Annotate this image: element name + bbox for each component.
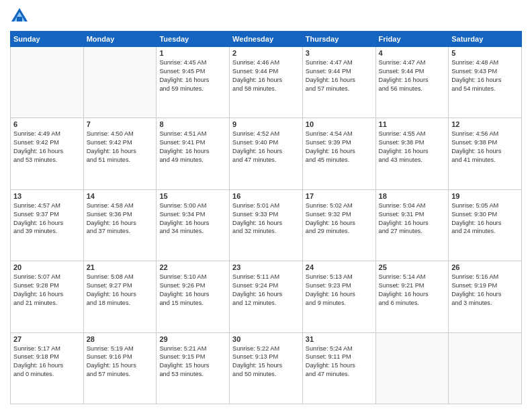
day-info: Sunrise: 5:17 AM Sunset: 9:18 PM Dayligh… [13,345,81,379]
day-number: 20 [13,263,81,271]
day-info: Sunrise: 4:49 AM Sunset: 9:42 PM Dayligh… [13,130,81,165]
day-info: Sunrise: 5:16 AM Sunset: 9:19 PM Dayligh… [451,273,519,308]
calendar-cell: 16Sunrise: 5:01 AM Sunset: 9:33 PM Dayli… [230,189,303,261]
weekday-header-sunday: Sunday [11,32,84,47]
calendar-cell: 31Sunrise: 5:24 AM Sunset: 9:11 PM Dayli… [302,332,375,404]
day-info: Sunrise: 5:04 AM Sunset: 9:31 PM Dayligh… [379,201,446,236]
day-number: 23 [232,263,300,271]
day-number: 29 [159,335,226,343]
day-info: Sunrise: 4:55 AM Sunset: 9:38 PM Dayligh… [379,130,446,165]
calendar-cell [11,47,84,118]
calendar-cell: 3Sunrise: 4:47 AM Sunset: 9:44 PM Daylig… [302,47,375,118]
day-number: 31 [306,335,373,343]
day-number: 7 [87,120,154,128]
day-number: 14 [87,192,154,200]
day-info: Sunrise: 5:02 AM Sunset: 9:32 PM Dayligh… [306,201,373,236]
day-number: 8 [159,120,226,128]
day-number: 22 [159,263,226,271]
calendar-cell: 23Sunrise: 5:11 AM Sunset: 9:24 PM Dayli… [230,261,303,332]
calendar-cell: 26Sunrise: 5:16 AM Sunset: 9:19 PM Dayli… [449,261,522,332]
calendar-cell: 20Sunrise: 5:07 AM Sunset: 9:28 PM Dayli… [11,261,84,332]
day-number: 6 [13,120,81,128]
weekday-header-tuesday: Tuesday [157,32,230,47]
day-info: Sunrise: 5:11 AM Sunset: 9:24 PM Dayligh… [232,273,300,308]
calendar-cell: 28Sunrise: 5:19 AM Sunset: 9:16 PM Dayli… [83,332,157,404]
day-info: Sunrise: 4:45 AM Sunset: 9:45 PM Dayligh… [159,58,226,93]
day-number: 12 [451,120,519,128]
weekday-header-saturday: Saturday [449,32,522,47]
day-number: 11 [379,120,446,128]
day-number: 3 [306,49,373,57]
calendar-cell [449,332,522,404]
calendar-cell: 17Sunrise: 5:02 AM Sunset: 9:32 PM Dayli… [302,189,375,261]
calendar-cell: 7Sunrise: 4:50 AM Sunset: 9:42 PM Daylig… [83,118,157,189]
calendar-cell: 27Sunrise: 5:17 AM Sunset: 9:18 PM Dayli… [11,332,84,404]
day-info: Sunrise: 5:05 AM Sunset: 9:30 PM Dayligh… [451,201,519,236]
calendar-cell: 15Sunrise: 5:00 AM Sunset: 9:34 PM Dayli… [157,189,230,261]
calendar-cell: 30Sunrise: 5:22 AM Sunset: 9:13 PM Dayli… [230,332,303,404]
day-number: 17 [306,192,373,200]
day-info: Sunrise: 4:52 AM Sunset: 9:40 PM Dayligh… [232,130,300,165]
day-number: 1 [159,49,226,57]
day-info: Sunrise: 5:21 AM Sunset: 9:15 PM Dayligh… [159,345,226,379]
day-info: Sunrise: 5:22 AM Sunset: 9:13 PM Dayligh… [232,345,300,379]
calendar-week-2: 6Sunrise: 4:49 AM Sunset: 9:42 PM Daylig… [11,118,522,189]
calendar-cell: 11Sunrise: 4:55 AM Sunset: 9:38 PM Dayli… [375,118,449,189]
calendar-table: SundayMondayTuesdayWednesdayThursdayFrid… [10,31,522,404]
calendar-cell: 18Sunrise: 5:04 AM Sunset: 9:31 PM Dayli… [375,189,449,261]
day-info: Sunrise: 4:56 AM Sunset: 9:38 PM Dayligh… [451,130,519,165]
calendar-cell: 5Sunrise: 4:48 AM Sunset: 9:43 PM Daylig… [449,47,522,118]
logo-icon [10,7,29,26]
day-info: Sunrise: 5:19 AM Sunset: 9:16 PM Dayligh… [87,345,154,379]
calendar-cell [83,47,157,118]
calendar-cell: 1Sunrise: 4:45 AM Sunset: 9:45 PM Daylig… [157,47,230,118]
calendar-cell: 21Sunrise: 5:08 AM Sunset: 9:27 PM Dayli… [83,261,157,332]
page: SundayMondayTuesdayWednesdayThursdayFrid… [0,0,532,411]
calendar-cell: 29Sunrise: 5:21 AM Sunset: 9:15 PM Dayli… [157,332,230,404]
calendar-cell: 12Sunrise: 4:56 AM Sunset: 9:38 PM Dayli… [449,118,522,189]
day-info: Sunrise: 4:51 AM Sunset: 9:41 PM Dayligh… [159,130,226,165]
calendar-cell: 6Sunrise: 4:49 AM Sunset: 9:42 PM Daylig… [11,118,84,189]
day-number: 19 [451,192,519,200]
day-number: 4 [379,49,446,57]
day-number: 16 [232,192,300,200]
day-info: Sunrise: 5:07 AM Sunset: 9:28 PM Dayligh… [13,273,81,308]
day-number: 9 [232,120,300,128]
day-info: Sunrise: 5:01 AM Sunset: 9:33 PM Dayligh… [232,201,300,236]
calendar-cell: 8Sunrise: 4:51 AM Sunset: 9:41 PM Daylig… [157,118,230,189]
day-number: 2 [232,49,300,57]
calendar-cell [375,332,449,404]
svg-rect-2 [17,17,22,21]
calendar-cell: 22Sunrise: 5:10 AM Sunset: 9:26 PM Dayli… [157,261,230,332]
day-info: Sunrise: 4:47 AM Sunset: 9:44 PM Dayligh… [306,58,373,93]
day-info: Sunrise: 5:13 AM Sunset: 9:23 PM Dayligh… [306,273,373,308]
weekday-header-row: SundayMondayTuesdayWednesdayThursdayFrid… [11,32,522,47]
calendar-cell: 4Sunrise: 4:47 AM Sunset: 9:44 PM Daylig… [375,47,449,118]
day-info: Sunrise: 4:46 AM Sunset: 9:44 PM Dayligh… [232,58,300,93]
day-info: Sunrise: 5:14 AM Sunset: 9:21 PM Dayligh… [379,273,446,308]
day-info: Sunrise: 4:58 AM Sunset: 9:36 PM Dayligh… [87,201,154,236]
calendar-cell: 10Sunrise: 4:54 AM Sunset: 9:39 PM Dayli… [302,118,375,189]
calendar-week-4: 20Sunrise: 5:07 AM Sunset: 9:28 PM Dayli… [11,261,522,332]
day-number: 18 [379,192,446,200]
calendar-cell: 14Sunrise: 4:58 AM Sunset: 9:36 PM Dayli… [83,189,157,261]
logo [10,7,31,26]
calendar-week-3: 13Sunrise: 4:57 AM Sunset: 9:37 PM Dayli… [11,189,522,261]
calendar-cell: 25Sunrise: 5:14 AM Sunset: 9:21 PM Dayli… [375,261,449,332]
day-number: 5 [451,49,519,57]
calendar-cell: 2Sunrise: 4:46 AM Sunset: 9:44 PM Daylig… [230,47,303,118]
weekday-header-friday: Friday [375,32,449,47]
day-info: Sunrise: 4:50 AM Sunset: 9:42 PM Dayligh… [87,130,154,165]
day-number: 10 [306,120,373,128]
weekday-header-wednesday: Wednesday [230,32,303,47]
day-number: 26 [451,263,519,271]
calendar-cell: 24Sunrise: 5:13 AM Sunset: 9:23 PM Dayli… [302,261,375,332]
day-number: 28 [87,335,154,343]
weekday-header-thursday: Thursday [302,32,375,47]
day-number: 27 [13,335,81,343]
day-info: Sunrise: 4:47 AM Sunset: 9:44 PM Dayligh… [379,58,446,93]
day-number: 24 [306,263,373,271]
calendar-cell: 9Sunrise: 4:52 AM Sunset: 9:40 PM Daylig… [230,118,303,189]
calendar-week-1: 1Sunrise: 4:45 AM Sunset: 9:45 PM Daylig… [11,47,522,118]
weekday-header-monday: Monday [83,32,157,47]
